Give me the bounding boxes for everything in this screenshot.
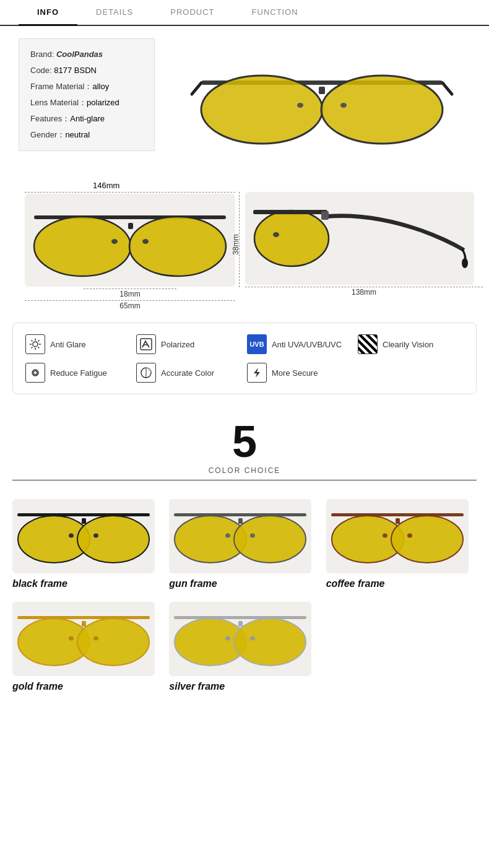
features-section: Anti Glare Polarized UVB Anti UVA/UVB/UV… xyxy=(12,323,477,394)
black-frame-svg xyxy=(15,502,152,570)
brand-value: CoolPandas xyxy=(56,46,103,63)
tab-details[interactable]: DETAILS xyxy=(77,0,152,25)
front-glasses-svg xyxy=(31,197,229,284)
svg-rect-46 xyxy=(174,513,306,516)
frame-item-empty xyxy=(326,602,477,692)
frame-label-gun: gun frame xyxy=(169,578,217,589)
frame-material-label: Frame Material： xyxy=(30,79,92,95)
svg-rect-70 xyxy=(174,616,306,619)
svg-point-61 xyxy=(407,534,412,538)
svg-point-77 xyxy=(250,636,255,641)
feature-accurate-color: Accurate Color xyxy=(136,363,242,383)
svg-point-60 xyxy=(383,534,387,538)
color-number: 5 xyxy=(0,419,489,464)
svg-rect-21 xyxy=(321,211,329,220)
frame-img-gun xyxy=(169,499,311,573)
svg-line-30 xyxy=(38,347,40,349)
glasses-hero xyxy=(173,38,470,162)
glasses-front-view xyxy=(25,194,235,287)
svg-line-31 xyxy=(38,341,40,342)
svg-rect-20 xyxy=(253,210,327,214)
feature-uvb: UVB Anti UVA/UVB/UVC xyxy=(247,334,353,354)
silver-frame-svg xyxy=(172,605,308,673)
svg-point-6 xyxy=(297,103,303,108)
svg-point-44 xyxy=(69,534,74,538)
frame-img-silver xyxy=(169,602,311,676)
side-glasses-svg xyxy=(248,193,471,284)
frame-item-silver: silver frame xyxy=(169,602,319,692)
sun-icon xyxy=(25,334,45,354)
svg-rect-62 xyxy=(17,616,150,619)
svg-point-52 xyxy=(225,534,230,538)
feature-clearly-vision: Clearily Vision xyxy=(358,334,464,354)
gold-frame-svg xyxy=(15,605,152,673)
lens-material-value: polarized xyxy=(87,95,119,111)
spiral-icon xyxy=(25,363,45,383)
coffee-frame-svg xyxy=(329,502,465,570)
dim-arm-length-label: 138mm xyxy=(245,288,483,297)
circle-icon xyxy=(136,363,156,383)
color-divider xyxy=(12,480,477,480)
svg-rect-54 xyxy=(331,513,464,516)
frame-label-silver: silver frame xyxy=(169,681,225,692)
svg-rect-67 xyxy=(82,621,86,627)
color-section: 5 COLOR CHOICE xyxy=(0,407,489,487)
gender-label: Gender： xyxy=(30,127,65,143)
svg-rect-38 xyxy=(17,513,150,516)
tab-function[interactable]: FUNCTION xyxy=(233,0,317,25)
clearly-vision-label: Clearily Vision xyxy=(383,340,433,349)
anti-glare-label: Anti Glare xyxy=(50,340,86,349)
frame-item-gun: gun frame xyxy=(169,499,319,589)
bolt-icon xyxy=(247,363,267,383)
features-grid: Anti Glare Polarized UVB Anti UVA/UVB/UV… xyxy=(25,334,464,383)
svg-point-22 xyxy=(273,232,279,237)
glasses-hero-svg xyxy=(189,38,455,162)
svg-rect-75 xyxy=(238,621,243,627)
frame-item-black: black frame xyxy=(12,499,163,589)
info-section: Brand: CoolPandas Code: 8177 BSDN Frame … xyxy=(0,26,489,175)
uvb-label: Anti UVA/UVB/UVC xyxy=(272,340,342,349)
frame-label-black: black frame xyxy=(12,578,67,589)
accurate-color-label: Accurate Color xyxy=(161,368,214,378)
lens-material-label: Lens Material： xyxy=(30,95,87,111)
svg-point-16 xyxy=(111,239,118,244)
frame-label-coffee: coffee frame xyxy=(326,578,385,589)
color-choice-label: COLOR CHOICE xyxy=(0,466,489,475)
dim-lens-label: 65mm xyxy=(25,302,235,310)
code-label: Code: xyxy=(30,63,52,79)
svg-point-23 xyxy=(462,258,468,268)
reduce-fatigue-label: Reduce Fatigue xyxy=(50,368,107,378)
code-value: 8177 BSDN xyxy=(54,63,97,79)
svg-rect-59 xyxy=(396,518,400,524)
frame-item-coffee: coffee frame xyxy=(326,499,477,589)
svg-line-8 xyxy=(192,83,201,94)
more-secure-label: More Secure xyxy=(272,368,318,378)
polarized-icon xyxy=(136,334,156,354)
svg-point-53 xyxy=(250,534,255,538)
feature-reduce-fatigue: Reduce Fatigue xyxy=(25,363,131,383)
uvb-icon: UVB xyxy=(247,334,267,354)
nav-tabs: INFO DETAILS PRODUCT FUNCTION xyxy=(0,0,489,26)
checker-icon xyxy=(358,334,378,354)
svg-point-7 xyxy=(340,103,347,108)
info-card: Brand: CoolPandas Code: 8177 BSDN Frame … xyxy=(19,38,155,151)
features-value: Anti-glare xyxy=(70,111,105,127)
dim-width-label: 146mm xyxy=(93,181,483,190)
svg-rect-33 xyxy=(141,339,152,350)
svg-line-9 xyxy=(443,83,452,94)
tab-info[interactable]: INFO xyxy=(19,0,77,26)
svg-point-69 xyxy=(93,636,98,641)
tab-product[interactable]: PRODUCT xyxy=(152,0,233,25)
gender-value: neutral xyxy=(65,127,90,143)
frames-grid-top: black frame gun frame xyxy=(0,487,489,602)
feature-more-secure: More Secure xyxy=(247,363,353,383)
frames-grid-bottom: gold frame silver frame xyxy=(0,602,489,711)
svg-line-29 xyxy=(32,341,33,342)
frame-label-gold: gold frame xyxy=(12,681,63,692)
svg-point-45 xyxy=(93,534,98,538)
frame-img-gold xyxy=(12,602,155,676)
frame-img-black xyxy=(12,499,155,573)
svg-marker-37 xyxy=(254,368,260,378)
svg-line-32 xyxy=(32,347,33,349)
gun-frame-svg xyxy=(172,502,308,570)
